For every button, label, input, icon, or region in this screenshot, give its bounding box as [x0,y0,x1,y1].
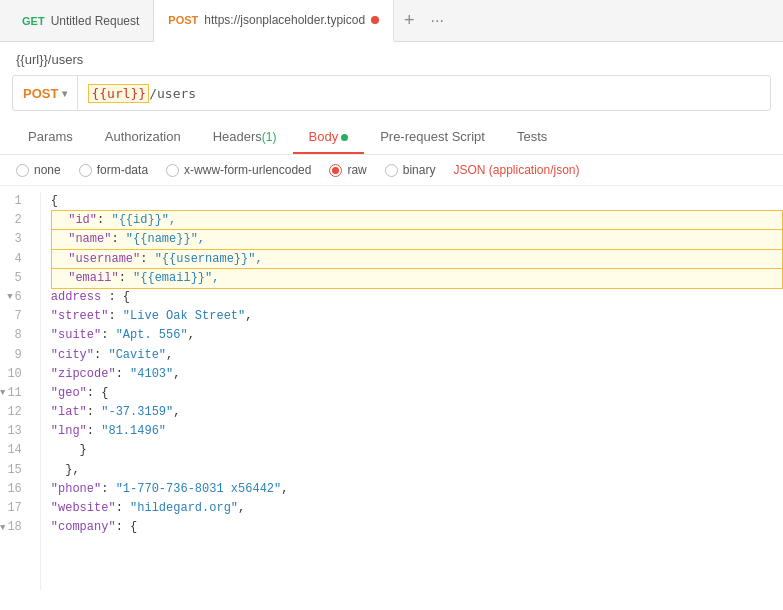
line-number: 14 [0,441,30,460]
radio-none[interactable]: none [16,163,61,177]
json-format-label[interactable]: JSON (application/json) [453,163,579,177]
tab-jsonplaceholder[interactable]: POST https://jsonplaceholder.typicod [154,0,394,42]
more-tabs-button[interactable]: ··· [425,12,450,30]
code-line: "id": "{{id}}", [51,211,783,230]
line-number: 16 [0,480,30,499]
tab-method-get: GET [22,15,45,27]
radio-form-data[interactable]: form-data [79,163,148,177]
tab-headers[interactable]: Headers(1) [197,121,293,154]
tab-body[interactable]: Body [293,121,365,154]
radio-x-www-label: x-www-form-urlencoded [184,163,311,177]
code-line: "name": "{{name}}", [51,230,783,249]
code-lines[interactable]: { "id": "{{id}}", "name": "{{name}}", "u… [41,192,783,590]
radio-binary-label: binary [403,163,436,177]
line-number: 4 [0,250,30,269]
radio-form-data-label: form-data [97,163,148,177]
method-chevron-icon: ▾ [62,88,67,99]
tab-bar: GET Untitled Request POST https://jsonpl… [0,0,783,42]
code-line: "suite": "Apt. 556", [51,326,783,345]
line-number: 9 [0,346,30,365]
url-bar: POST ▾ {{url}}/users [12,75,771,111]
url-input[interactable]: {{url}}/users [78,86,770,101]
line-number: ▼18 [0,518,30,537]
tab-tests[interactable]: Tests [501,121,563,154]
tab-unsaved-dot [371,16,379,24]
line-number: ▼11 [0,384,30,403]
line-number: 15 [0,461,30,480]
tab-params[interactable]: Params [12,121,89,154]
tab-method-post: POST [168,14,198,26]
radio-raw[interactable]: raw [329,163,366,177]
method-select[interactable]: POST ▾ [13,76,78,110]
tab-untitled-title: Untitled Request [51,14,140,28]
code-line: "email": "{{email}}", [51,269,783,288]
line-number: 8 [0,326,30,345]
radio-raw-circle [329,164,342,177]
radio-none-label: none [34,163,61,177]
code-line: "lat": "-37.3159", [51,403,783,422]
radio-none-circle [16,164,29,177]
new-tab-button[interactable]: + [394,10,425,31]
line-number: 13 [0,422,30,441]
code-line: "city": "Cavite", [51,346,783,365]
code-editor-container: 12345▼678910▼11121314151617▼18 { "id": "… [0,186,783,596]
tab-authorization[interactable]: Authorization [89,121,197,154]
line-number: 1 [0,192,30,211]
code-line: "phone": "1-770-736-8031 x56442", [51,480,783,499]
code-line: { [51,192,783,211]
code-editor[interactable]: 12345▼678910▼11121314151617▼18 { "id": "… [0,186,783,596]
url-suffix-part: /users [149,86,196,101]
radio-form-data-circle [79,164,92,177]
line-numbers: 12345▼678910▼11121314151617▼18 [0,192,41,590]
code-line: address : { [51,288,783,307]
radio-x-www[interactable]: x-www-form-urlencoded [166,163,311,177]
code-line: } [51,441,783,460]
body-type-row: none form-data x-www-form-urlencoded raw… [0,155,783,186]
breadcrumb: {{url}}/users [0,42,783,75]
tab-untitled[interactable]: GET Untitled Request [8,0,154,42]
tab-pre-request[interactable]: Pre-request Script [364,121,501,154]
body-dot [341,134,348,141]
code-line: "geo": { [51,384,783,403]
code-line: "company": { [51,518,783,537]
code-line: "username": "{{username}}", [51,250,783,269]
line-number: 17 [0,499,30,518]
radio-x-www-circle [166,164,179,177]
radio-binary[interactable]: binary [385,163,436,177]
code-line: "zipcode": "4103", [51,365,783,384]
code-line: "lng": "81.1496" [51,422,783,441]
line-number: ▼6 [0,288,30,307]
line-number: 10 [0,365,30,384]
line-number: 3 [0,230,30,249]
radio-raw-label: raw [347,163,366,177]
code-line: "website": "hildegard.org", [51,499,783,518]
line-number: 12 [0,403,30,422]
code-line: "street": "Live Oak Street", [51,307,783,326]
headers-badge: (1) [262,130,277,144]
line-number: 5 [0,269,30,288]
line-number: 7 [0,307,30,326]
tab-jsonplaceholder-title: https://jsonplaceholder.typicod [204,13,365,27]
line-number: 2 [0,211,30,230]
method-label: POST [23,86,58,101]
code-line: }, [51,461,783,480]
radio-binary-circle [385,164,398,177]
request-tabs: Params Authorization Headers(1) Body Pre… [0,121,783,155]
url-template-part: {{url}} [88,84,149,103]
